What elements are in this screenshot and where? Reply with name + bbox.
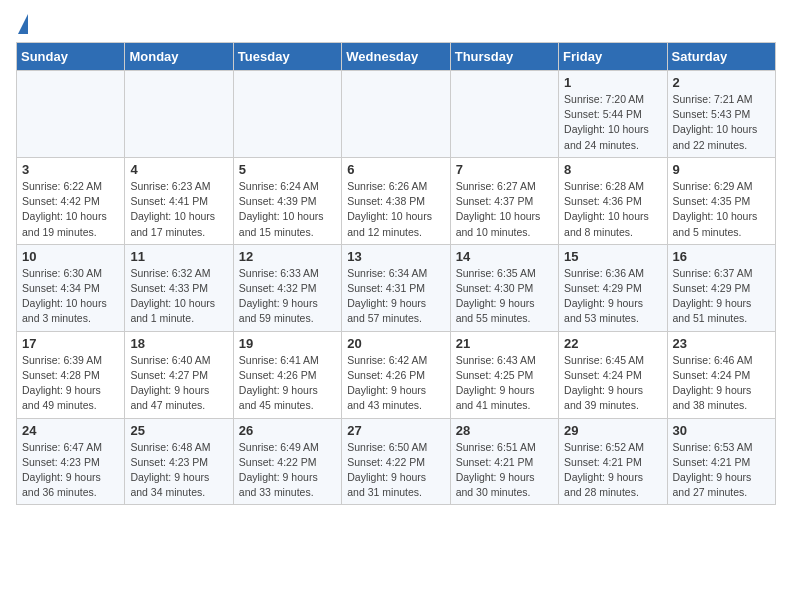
day-of-week-header: Monday	[125, 43, 233, 71]
calendar-cell: 5Sunrise: 6:24 AMSunset: 4:39 PMDaylight…	[233, 157, 341, 244]
day-number: 15	[564, 249, 661, 264]
calendar-cell: 29Sunrise: 6:52 AMSunset: 4:21 PMDayligh…	[559, 418, 667, 505]
day-info: Sunrise: 6:26 AMSunset: 4:38 PMDaylight:…	[347, 179, 444, 240]
day-number: 14	[456, 249, 553, 264]
day-info: Sunrise: 6:33 AMSunset: 4:32 PMDaylight:…	[239, 266, 336, 327]
calendar-cell: 4Sunrise: 6:23 AMSunset: 4:41 PMDaylight…	[125, 157, 233, 244]
day-number: 26	[239, 423, 336, 438]
day-number: 19	[239, 336, 336, 351]
day-number: 30	[673, 423, 770, 438]
calendar-cell: 21Sunrise: 6:43 AMSunset: 4:25 PMDayligh…	[450, 331, 558, 418]
day-info: Sunrise: 6:39 AMSunset: 4:28 PMDaylight:…	[22, 353, 119, 414]
day-of-week-header: Thursday	[450, 43, 558, 71]
day-info: Sunrise: 6:50 AMSunset: 4:22 PMDaylight:…	[347, 440, 444, 501]
day-info: Sunrise: 6:22 AMSunset: 4:42 PMDaylight:…	[22, 179, 119, 240]
calendar-header-row: SundayMondayTuesdayWednesdayThursdayFrid…	[17, 43, 776, 71]
day-info: Sunrise: 7:20 AMSunset: 5:44 PMDaylight:…	[564, 92, 661, 153]
day-number: 13	[347, 249, 444, 264]
day-number: 2	[673, 75, 770, 90]
calendar-cell: 10Sunrise: 6:30 AMSunset: 4:34 PMDayligh…	[17, 244, 125, 331]
calendar-week-row: 24Sunrise: 6:47 AMSunset: 4:23 PMDayligh…	[17, 418, 776, 505]
day-info: Sunrise: 6:45 AMSunset: 4:24 PMDaylight:…	[564, 353, 661, 414]
calendar-cell: 13Sunrise: 6:34 AMSunset: 4:31 PMDayligh…	[342, 244, 450, 331]
day-info: Sunrise: 6:30 AMSunset: 4:34 PMDaylight:…	[22, 266, 119, 327]
page-header	[16, 16, 776, 30]
day-info: Sunrise: 6:48 AMSunset: 4:23 PMDaylight:…	[130, 440, 227, 501]
calendar-cell: 14Sunrise: 6:35 AMSunset: 4:30 PMDayligh…	[450, 244, 558, 331]
calendar-cell: 7Sunrise: 6:27 AMSunset: 4:37 PMDaylight…	[450, 157, 558, 244]
day-info: Sunrise: 6:49 AMSunset: 4:22 PMDaylight:…	[239, 440, 336, 501]
day-number: 21	[456, 336, 553, 351]
day-number: 27	[347, 423, 444, 438]
day-number: 7	[456, 162, 553, 177]
calendar-cell: 3Sunrise: 6:22 AMSunset: 4:42 PMDaylight…	[17, 157, 125, 244]
day-info: Sunrise: 6:52 AMSunset: 4:21 PMDaylight:…	[564, 440, 661, 501]
calendar-cell: 9Sunrise: 6:29 AMSunset: 4:35 PMDaylight…	[667, 157, 775, 244]
calendar-cell: 30Sunrise: 6:53 AMSunset: 4:21 PMDayligh…	[667, 418, 775, 505]
day-number: 4	[130, 162, 227, 177]
day-number: 29	[564, 423, 661, 438]
day-info: Sunrise: 6:40 AMSunset: 4:27 PMDaylight:…	[130, 353, 227, 414]
day-info: Sunrise: 6:51 AMSunset: 4:21 PMDaylight:…	[456, 440, 553, 501]
day-number: 17	[22, 336, 119, 351]
calendar-cell: 1Sunrise: 7:20 AMSunset: 5:44 PMDaylight…	[559, 71, 667, 158]
calendar-cell: 24Sunrise: 6:47 AMSunset: 4:23 PMDayligh…	[17, 418, 125, 505]
day-number: 16	[673, 249, 770, 264]
calendar-cell: 20Sunrise: 6:42 AMSunset: 4:26 PMDayligh…	[342, 331, 450, 418]
calendar-week-row: 1Sunrise: 7:20 AMSunset: 5:44 PMDaylight…	[17, 71, 776, 158]
calendar-cell: 2Sunrise: 7:21 AMSunset: 5:43 PMDaylight…	[667, 71, 775, 158]
calendar-cell: 8Sunrise: 6:28 AMSunset: 4:36 PMDaylight…	[559, 157, 667, 244]
day-info: Sunrise: 6:32 AMSunset: 4:33 PMDaylight:…	[130, 266, 227, 327]
calendar-cell	[17, 71, 125, 158]
day-of-week-header: Tuesday	[233, 43, 341, 71]
calendar-cell: 27Sunrise: 6:50 AMSunset: 4:22 PMDayligh…	[342, 418, 450, 505]
day-number: 9	[673, 162, 770, 177]
day-info: Sunrise: 6:47 AMSunset: 4:23 PMDaylight:…	[22, 440, 119, 501]
logo-triangle-icon	[18, 14, 28, 34]
day-info: Sunrise: 7:21 AMSunset: 5:43 PMDaylight:…	[673, 92, 770, 153]
calendar-cell: 25Sunrise: 6:48 AMSunset: 4:23 PMDayligh…	[125, 418, 233, 505]
calendar-cell: 15Sunrise: 6:36 AMSunset: 4:29 PMDayligh…	[559, 244, 667, 331]
calendar-cell: 6Sunrise: 6:26 AMSunset: 4:38 PMDaylight…	[342, 157, 450, 244]
day-number: 25	[130, 423, 227, 438]
day-of-week-header: Sunday	[17, 43, 125, 71]
calendar-cell: 16Sunrise: 6:37 AMSunset: 4:29 PMDayligh…	[667, 244, 775, 331]
calendar-cell: 26Sunrise: 6:49 AMSunset: 4:22 PMDayligh…	[233, 418, 341, 505]
day-number: 18	[130, 336, 227, 351]
calendar-week-row: 17Sunrise: 6:39 AMSunset: 4:28 PMDayligh…	[17, 331, 776, 418]
day-info: Sunrise: 6:46 AMSunset: 4:24 PMDaylight:…	[673, 353, 770, 414]
calendar-table: SundayMondayTuesdayWednesdayThursdayFrid…	[16, 42, 776, 505]
day-info: Sunrise: 6:28 AMSunset: 4:36 PMDaylight:…	[564, 179, 661, 240]
day-number: 20	[347, 336, 444, 351]
day-number: 24	[22, 423, 119, 438]
calendar-cell: 17Sunrise: 6:39 AMSunset: 4:28 PMDayligh…	[17, 331, 125, 418]
calendar-cell: 18Sunrise: 6:40 AMSunset: 4:27 PMDayligh…	[125, 331, 233, 418]
day-info: Sunrise: 6:42 AMSunset: 4:26 PMDaylight:…	[347, 353, 444, 414]
day-number: 12	[239, 249, 336, 264]
day-info: Sunrise: 6:23 AMSunset: 4:41 PMDaylight:…	[130, 179, 227, 240]
day-number: 6	[347, 162, 444, 177]
calendar-cell: 23Sunrise: 6:46 AMSunset: 4:24 PMDayligh…	[667, 331, 775, 418]
day-info: Sunrise: 6:24 AMSunset: 4:39 PMDaylight:…	[239, 179, 336, 240]
calendar-cell	[233, 71, 341, 158]
day-number: 8	[564, 162, 661, 177]
day-number: 23	[673, 336, 770, 351]
day-info: Sunrise: 6:35 AMSunset: 4:30 PMDaylight:…	[456, 266, 553, 327]
day-info: Sunrise: 6:29 AMSunset: 4:35 PMDaylight:…	[673, 179, 770, 240]
day-number: 10	[22, 249, 119, 264]
day-info: Sunrise: 6:37 AMSunset: 4:29 PMDaylight:…	[673, 266, 770, 327]
day-number: 1	[564, 75, 661, 90]
day-number: 5	[239, 162, 336, 177]
calendar-cell: 11Sunrise: 6:32 AMSunset: 4:33 PMDayligh…	[125, 244, 233, 331]
calendar-cell: 22Sunrise: 6:45 AMSunset: 4:24 PMDayligh…	[559, 331, 667, 418]
day-of-week-header: Wednesday	[342, 43, 450, 71]
calendar-cell: 28Sunrise: 6:51 AMSunset: 4:21 PMDayligh…	[450, 418, 558, 505]
calendar-cell: 12Sunrise: 6:33 AMSunset: 4:32 PMDayligh…	[233, 244, 341, 331]
calendar-cell	[342, 71, 450, 158]
day-number: 28	[456, 423, 553, 438]
day-number: 22	[564, 336, 661, 351]
calendar-cell	[450, 71, 558, 158]
day-of-week-header: Friday	[559, 43, 667, 71]
calendar-week-row: 3Sunrise: 6:22 AMSunset: 4:42 PMDaylight…	[17, 157, 776, 244]
day-info: Sunrise: 6:36 AMSunset: 4:29 PMDaylight:…	[564, 266, 661, 327]
